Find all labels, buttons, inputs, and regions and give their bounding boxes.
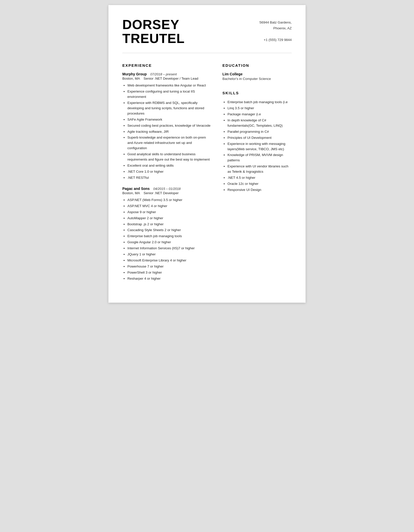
dates-1: 04/2015 – 01/2018 <box>153 187 180 191</box>
job-title-0: Senior .NET Developer / Team Lead <box>144 77 198 80</box>
phone: +1 (555) 729 9844 <box>259 37 292 43</box>
bullet-item: Agile tracking software, JIR <box>127 129 212 135</box>
bullet-item: Cascading Style Sheets 2 or higher <box>127 228 212 233</box>
bullet-list-1: ASP.NET (Web Forms) 3.5 or higher ASP.NE… <box>122 197 212 281</box>
skill-item: Experience with UI vendor libraries such… <box>227 164 292 174</box>
skill-item: Package manager (i.e <box>227 112 292 117</box>
bullet-item: JQuery 1 or higher <box>127 252 212 257</box>
bullet-item: .NET Core 1.0 or higher <box>127 169 212 174</box>
bullet-item: Superb knowledge and experience on both … <box>127 135 212 151</box>
bullet-item: Enterprise batch job managing tools <box>127 234 212 239</box>
bullet-item: PowerShell 3 or higher <box>127 270 212 275</box>
skill-item: In depth knowledge of C# fundamentals(GC… <box>227 118 292 128</box>
job-header-1: Pagac and Sons 04/2015 – 01/2018 <box>122 187 212 191</box>
experience-title: EXPERIENCE <box>122 63 212 68</box>
bullet-list-0: Web development frameworks like Angular … <box>122 83 212 181</box>
bullet-item: Experience with RDBMS and SQL, specifica… <box>127 100 212 116</box>
bullet-item: Microsoft Enterprise Library 4 or higher <box>127 258 212 263</box>
name-line2: TREUTEL <box>122 31 185 46</box>
skill-item: Enterprise batch job managing tools (i.e <box>227 100 292 105</box>
school-name: Lim College <box>222 72 292 76</box>
job-location-title-1: Boston, MA Senior .NET Developer <box>122 191 212 195</box>
bullet-item: Aspose 9 or higher <box>127 210 212 215</box>
bullet-item: Experience configuring and tuning a loca… <box>127 89 212 100</box>
bullet-item: Secured coding best practices, knowledge… <box>127 123 212 128</box>
education-section: EDUCATION Lim College Bachelor's in Comp… <box>222 63 292 81</box>
skill-item: .NET 4.5 or higher <box>227 175 292 181</box>
header: DORSEY TREUTEL 56944 Batz Gardens, Phoen… <box>122 18 292 53</box>
job-title-1: Senior .NET Developer <box>144 191 179 195</box>
dates-0: 07/2018 – present <box>150 72 177 76</box>
address-line2: Phoenix, AZ <box>259 26 292 31</box>
bullet-item: Powerhouse 7 or higher <box>127 264 212 269</box>
skill-item: Responsive UI Design <box>227 187 292 193</box>
skill-item: Parallel programming in C# <box>227 129 292 135</box>
bullet-item: Web development frameworks like Angular … <box>127 83 212 88</box>
company-0: Murphy Group <box>122 72 147 76</box>
candidate-name: DORSEY TREUTEL <box>122 18 185 45</box>
bullet-item: Resharper 4 or higher <box>127 276 212 281</box>
resume-page: DORSEY TREUTEL 56944 Batz Gardens, Phoen… <box>108 5 306 303</box>
skill-item: Linq 3.5 or higher <box>227 106 292 111</box>
bullet-item: .NET RESTful <box>127 175 212 181</box>
contact-info: 56944 Batz Gardens, Phoenix, AZ +1 (555)… <box>259 18 292 43</box>
bullet-item: SAFe Agile Framework <box>127 117 212 122</box>
bullet-item: Good analytical skills to understand bus… <box>127 152 212 162</box>
bullet-item: Excellent oral and writing skills <box>127 163 212 168</box>
right-column: EDUCATION Lim College Bachelor's in Comp… <box>222 63 292 287</box>
location-1: Boston, MA <box>122 191 140 195</box>
bullet-item: AutoMapper 2 or higher <box>127 216 212 221</box>
bullet-item: ASP.NET (Web Forms) 3.5 or higher <box>127 197 212 203</box>
bullet-item: ASP.NET MVC 4 or higher <box>127 204 212 209</box>
main-content: EXPERIENCE Murphy Group 07/2018 – presen… <box>122 63 292 287</box>
experience-section: EXPERIENCE Murphy Group 07/2018 – presen… <box>122 63 212 281</box>
company-1: Pagac and Sons <box>122 187 150 191</box>
skills-list: Enterprise batch job managing tools (i.e… <box>222 100 292 193</box>
skill-item: Principles of UI Development <box>227 135 292 141</box>
education-title: EDUCATION <box>222 63 292 68</box>
job-header-0: Murphy Group 07/2018 – present <box>122 72 212 76</box>
left-column: EXPERIENCE Murphy Group 07/2018 – presen… <box>122 63 212 287</box>
skills-section: SKILLS Enterprise batch job managing too… <box>222 91 292 193</box>
bullet-item: Internet Information Services (IIS)7 or … <box>127 246 212 251</box>
job-block-1: Pagac and Sons 04/2015 – 01/2018 Boston,… <box>122 187 212 281</box>
bullet-item: Bootstrap .js 2 or higher <box>127 222 212 227</box>
location-0: Boston, MA <box>122 77 140 80</box>
job-block-0: Murphy Group 07/2018 – present Boston, M… <box>122 72 212 181</box>
address-line1: 56944 Batz Gardens, <box>259 20 292 26</box>
name-line1: DORSEY <box>122 17 179 32</box>
bullet-item: Google Angular 2.0 or higher <box>127 240 212 245</box>
skill-item: Knowledge of PRISM, MVVM design patterns <box>227 152 292 163</box>
skills-title: SKILLS <box>222 91 292 95</box>
skill-item: Oracle 12c or higher <box>227 181 292 187</box>
edu-degree: Bachelor's in Computer Science <box>222 77 292 81</box>
skill-item: Experience in working with messaging lay… <box>227 141 292 152</box>
job-location-title-0: Boston, MA Senior .NET Developer / Team … <box>122 77 212 80</box>
